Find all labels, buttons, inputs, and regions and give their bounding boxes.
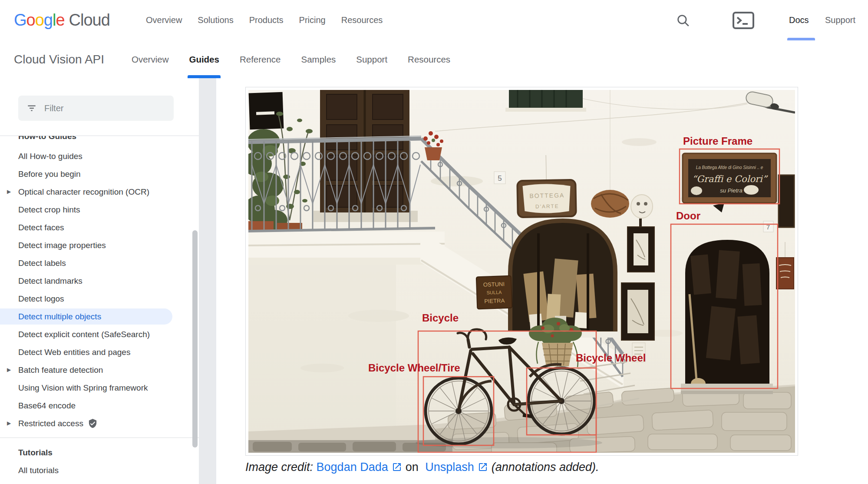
tutorials-heading: Tutorials [0,444,199,461]
photo-right-door [681,240,773,394]
credit-mid: on [406,461,419,474]
tab-support[interactable]: Support [356,40,387,78]
active-tab-underline [188,75,221,78]
sidebar-item-label: Before you begin [18,169,81,179]
top-nav-resources[interactable]: Resources [341,15,383,25]
product-title: Cloud Vision API [14,40,104,78]
tab-guides[interactable]: Guides [189,40,219,78]
credit-link-bogdan-dada[interactable]: Bogdan Dada [317,461,388,474]
photo-number-5-tile: 5 [494,172,505,184]
svg-text:BOTTEGA: BOTTEGA [529,192,564,199]
sidebar-item-label: Restricted access [18,419,83,428]
main-content: OSTUNI SULLA PIETRA BOTTEGA D'ARTE 5 [216,78,868,484]
external-link-icon[interactable] [392,462,402,472]
photo-ostuni-sign: OSTUNI SULLA PIETRA [476,276,512,309]
svg-text:D'ARTE: D'ARTE [535,203,559,210]
sidebar-item-restricted-access[interactable]: ▶Restricted access [0,414,199,432]
top-nav: OverviewSolutionsProductsPricingResource… [146,0,383,40]
tab-resources[interactable]: Resources [408,40,450,78]
photo-shuttered-window [505,90,586,112]
sidebar-item-label: Detect explicit content (SafeSearch) [18,330,150,339]
product-tabs: OverviewGuidesReferenceSamplesSupportRes… [132,40,450,78]
top-nav-solutions[interactable]: Solutions [198,15,233,25]
svg-text:La Bottega Afde di Gino Sisinn: La Bottega Afde di Gino Sisinni .. e [696,165,763,170]
sidebar-item-detect-landmarks[interactable]: Detect landmarks [0,272,199,290]
sidebar-item-detect-crop-hints[interactable]: Detect crop hints [0,201,199,219]
top-nav-pricing[interactable]: Pricing [299,15,326,25]
sidebar-item-using-vision-with-spring-framework[interactable]: Using Vision with Spring framework [0,379,199,397]
filter-input[interactable] [43,103,154,114]
credit-suffix: (annotations added). [492,461,599,474]
sidebar-item-optical-character-recognition-ocr[interactable]: ▶Optical character recognition (OCR) [0,183,199,201]
external-link-icon[interactable] [478,462,488,472]
support-link[interactable]: Support [825,0,855,40]
sidebar-items: All How-to guidesBefore you begin▶Optica… [0,147,199,432]
top-nav-overview[interactable]: Overview [146,15,182,25]
annotation-label-bicycle: Bicycle [422,312,459,324]
cloud-shell-button[interactable] [732,0,755,40]
sidebar-item-detect-multiple-objects[interactable]: Detect multiple objects [0,308,172,325]
sidebar-scroll-area: How-to Guides All How-to guidesBefore yo… [0,136,199,484]
sidebar-item-all-tutorials[interactable]: All tutorials [0,461,199,479]
annotation-label-bicycle-wheel-tire: Bicycle Wheel/Tire [368,362,460,374]
svg-text:SULLA: SULLA [486,289,502,295]
annotated-image-card: OSTUNI SULLA PIETRA BOTTEGA D'ARTE 5 [245,87,798,456]
google-cloud-logo[interactable]: Google Cloud [14,0,110,40]
credit-link-unsplash[interactable]: Unsplash [425,461,474,474]
sidebar-scrollbar-thumb[interactable] [192,230,198,448]
svg-text:OSTUNI: OSTUNI [483,281,505,288]
expand-arrow-icon[interactable]: ▶ [7,414,11,432]
sidebar-item-label: Detect crop hints [18,205,80,214]
sidebar-item-label: Batch feature detection [18,365,103,375]
svg-text:su Pietra: su Pietra [720,187,742,194]
sidebar-item-detect-logos[interactable]: Detect logos [0,290,199,308]
search-button[interactable] [676,0,690,40]
sidebar-item-label: Using Vision with Spring framework [18,383,148,392]
sidebar-item-batch-feature-detection[interactable]: ▶Batch feature detection [0,361,199,379]
sidebar-item-label: All How-to guides [18,152,83,161]
sidebar-item-detect-web-entities-and-pages[interactable]: Detect Web entities and pages [0,343,199,361]
photo-chalkboard-sign: La Bottega Afde di Gino Sisinni .. e “Gr… [683,153,776,203]
top-header: Google Cloud OverviewSolutionsProductsPr… [0,0,868,41]
sidebar-filter[interactable] [18,96,174,121]
photo-mailbox [249,92,284,130]
photo-right-edge-frame [779,175,794,227]
sidebar-item-detect-explicit-content-safesearch[interactable]: Detect explicit content (SafeSearch) [0,325,199,343]
sidebar-item-label: Detect Web entities and pages [18,348,130,357]
sidebar-item-detect-faces[interactable]: Detect faces [0,219,199,236]
sidebar-item-label: Detect labels [18,259,66,268]
docs-link[interactable]: Docs [789,0,809,40]
sidebar: How-to Guides All How-to guidesBefore yo… [0,78,199,484]
annotation-label-bicycle-wheel: Bicycle Wheel [576,352,646,364]
sidebar-item-before-you-begin[interactable]: Before you begin [0,165,199,183]
sidebar-item-all-how-to-guides[interactable]: All How-to guides [0,147,199,165]
expand-arrow-icon[interactable]: ▶ [7,183,11,201]
image-credit: Image credit: Bogdan Dadaon Unsplash(ann… [245,461,599,474]
product-header: Cloud Vision API OverviewGuidesReference… [0,40,868,79]
annotation-label-picture-frame: Picture Frame [683,135,752,147]
object-detection-photo: OSTUNI SULLA PIETRA BOTTEGA D'ARTE 5 [248,90,795,453]
google-logo-letters: Google [14,11,65,30]
sidebar-item-label: Detect faces [18,223,64,232]
svg-text:PIETRA: PIETRA [484,297,505,305]
sidebar-item-label: Detect image properties [18,241,106,250]
credit-prefix: Image credit: [245,461,317,474]
tab-samples[interactable]: Samples [301,40,336,78]
sidebar-item-label: Detect logos [18,294,64,303]
sidebar-item-detect-image-properties[interactable]: Detect image properties [0,236,199,254]
expand-arrow-icon[interactable]: ▶ [7,361,11,379]
sidebar-item-label: Base64 encode [18,401,76,410]
shield-check-icon [88,418,98,428]
sidebar-item-label: Detect landmarks [18,276,83,285]
photo-skull-ornament [631,195,653,218]
sidebar-item-detect-labels[interactable]: Detect labels [0,254,199,272]
filter-icon [26,103,37,114]
svg-text:5: 5 [498,174,502,182]
top-nav-products[interactable]: Products [249,15,284,25]
tab-overview[interactable]: Overview [132,40,168,78]
sidebar-item-base64-encode[interactable]: Base64 encode [0,397,199,414]
tab-reference[interactable]: Reference [240,40,281,78]
photo-left-door [314,90,418,222]
annotation-label-door: Door [676,210,700,222]
svg-text:“Graffi e Colori”: “Graffi e Colori” [692,174,768,184]
